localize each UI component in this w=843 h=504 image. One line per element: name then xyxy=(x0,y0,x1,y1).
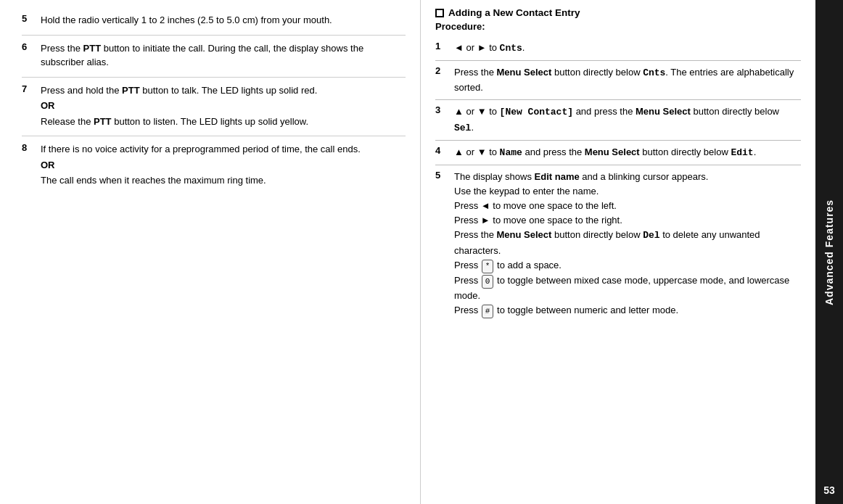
step-number: 3 xyxy=(435,104,450,115)
right-content: Adding a New Contact EntryProcedure:1◄ o… xyxy=(435,7,801,323)
step-line: Release the PTT button to listen. The LE… xyxy=(41,115,406,129)
left-step-item: 5Hold the radio vertically 1 to 2 inches… xyxy=(22,7,406,36)
step-line: The display shows Edit name and a blinki… xyxy=(454,170,801,184)
step-content: ▲ or ▼ to Name and press the Menu Select… xyxy=(454,145,801,160)
step-content: Press the PTT button to initiate the cal… xyxy=(41,41,406,71)
step-line: Press ► to move one space to the right. xyxy=(454,213,801,228)
procedure-label: Procedure: xyxy=(435,21,801,32)
right-with-tab: Adding a New Contact EntryProcedure:1◄ o… xyxy=(421,0,843,504)
step-number: 2 xyxy=(435,65,450,76)
step-line: Press ◄ to move one space to the left. xyxy=(454,199,801,213)
step-line: Use the keypad to enter the name. xyxy=(454,184,801,199)
step-number: 4 xyxy=(435,145,450,156)
step-line: Press # to toggle between numeric and le… xyxy=(454,303,801,318)
step-line: Press and hold the PTT button to talk. T… xyxy=(41,83,406,98)
step-number: 5 xyxy=(435,170,450,181)
step-content: ▲ or ▼ to [New Contact] and press the Me… xyxy=(454,104,801,135)
step-line: OR xyxy=(41,99,406,113)
left-step-item: 6Press the PTT button to initiate the ca… xyxy=(22,36,406,78)
step-number: 6 xyxy=(22,41,38,52)
right-step-item: 5The display shows Edit name and a blink… xyxy=(435,165,801,323)
left-step-item: 7Press and hold the PTT button to talk. … xyxy=(22,78,406,137)
step-number: 5 xyxy=(22,13,38,24)
step-line: If there is no voice activity for a prep… xyxy=(41,142,406,157)
step-content: Press and hold the PTT button to talk. T… xyxy=(41,83,406,131)
right-step-item: 3▲ or ▼ to [New Contact] and press the M… xyxy=(435,100,801,140)
advanced-features-tab: Advanced Features xyxy=(815,0,843,504)
section-title: Adding a New Contact Entry xyxy=(448,7,580,18)
step-content: Press the Menu Select button directly be… xyxy=(454,65,801,95)
right-step-item: 4▲ or ▼ to Name and press the Menu Selec… xyxy=(435,141,801,165)
step-number: 8 xyxy=(22,142,38,153)
right-step-item: 1◄ or ► to Cnts. xyxy=(435,36,801,61)
left-step-item: 8If there is no voice activity for a pre… xyxy=(22,136,406,195)
step-line: Press the Menu Select button directly be… xyxy=(454,228,801,257)
right-panel: Adding a New Contact EntryProcedure:1◄ o… xyxy=(421,0,815,504)
step-line: OR xyxy=(41,158,406,173)
step-line: Press * to add a space. xyxy=(454,258,801,273)
step-line: Press 0 to toggle between mixed case mod… xyxy=(454,273,801,303)
left-steps-list: 5Hold the radio vertically 1 to 2 inches… xyxy=(22,7,406,195)
step-number: 1 xyxy=(435,41,450,51)
step-content: ◄ or ► to Cnts. xyxy=(454,41,801,56)
step-content: If there is no voice activity for a prep… xyxy=(41,142,406,189)
step-content: Hold the radio vertically 1 to 2 inches … xyxy=(41,13,406,29)
step-line: Hold the radio vertically 1 to 2 inches … xyxy=(41,13,406,28)
step-line: Press the PTT button to initiate the cal… xyxy=(41,41,406,70)
step-content: The display shows Edit name and a blinki… xyxy=(454,170,801,318)
step-line: The call ends when it reaches the maximu… xyxy=(41,173,406,188)
section-heading: Adding a New Contact Entry xyxy=(435,7,801,18)
section-icon xyxy=(435,9,444,17)
page-number: 53 xyxy=(815,476,843,504)
right-step-item: 2Press the Menu Select button directly b… xyxy=(435,61,801,100)
left-panel: 5Hold the radio vertically 1 to 2 inches… xyxy=(0,0,421,504)
step-number: 7 xyxy=(22,83,38,94)
